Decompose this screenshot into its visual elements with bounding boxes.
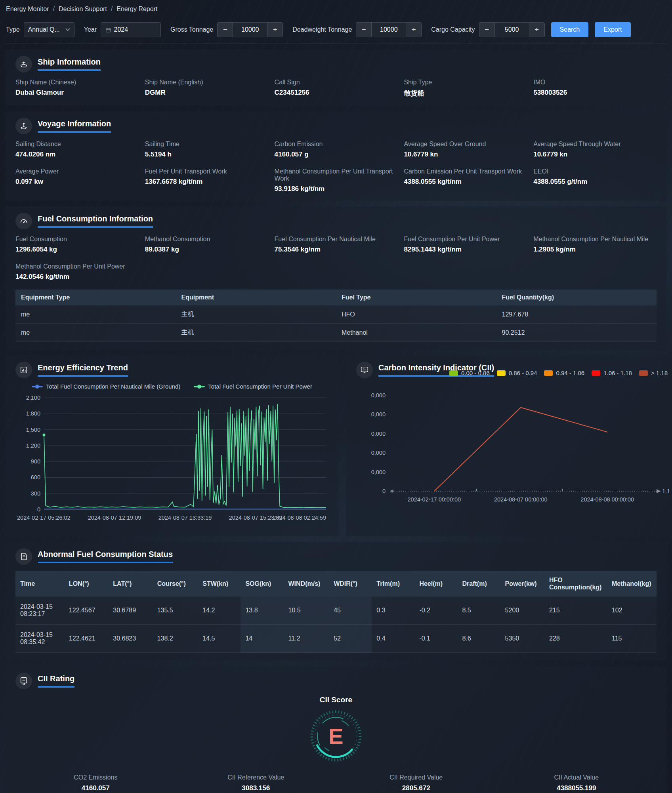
breadcrumb-separator: /	[53, 6, 55, 13]
legend-item-fuel-per-power[interactable]: Total Fuel Consumption Per Unit Power	[194, 383, 312, 390]
svg-text:0,000: 0,000	[371, 450, 386, 456]
section-title-ship-information: Ship Information	[38, 57, 101, 71]
table-cell: -0.2	[414, 597, 457, 625]
calendar-icon	[106, 27, 111, 33]
cargo-capacity-input[interactable]	[494, 23, 529, 37]
fuel-consumption-card: Fuel Consumption Information Fuel Consum…	[5, 206, 667, 350]
gauge-icon	[15, 213, 32, 229]
table-cell: 14.5	[198, 625, 241, 653]
cii-chart-card: Carbon Intensity Indicator (CII) 0.00 - …	[346, 355, 672, 536]
document-icon	[15, 548, 32, 565]
cargo-capacity-plus-button[interactable]: +	[529, 23, 544, 37]
svg-text:0: 0	[382, 488, 386, 494]
table-row: 2024-03-15 08:35:42 122.4621 30.6823 138…	[15, 625, 657, 653]
gross-tonnage-input[interactable]	[233, 23, 267, 37]
column-header: STW(kn)	[198, 571, 241, 597]
table-cell: 1297.678	[496, 305, 657, 324]
field-value: 1367.6678 kg/t/nm	[145, 178, 268, 186]
svg-text:1,500: 1,500	[26, 427, 40, 433]
svg-text:2024-08-08 00:00:00: 2024-08-08 00:00:00	[580, 496, 634, 503]
breadcrumb-energy-monitor[interactable]: Energy Monitor	[6, 6, 49, 13]
abnormal-fuel-card: Abnormal Fuel Consumption Status Time LO…	[5, 542, 667, 661]
deadweight-tonnage-minus-button[interactable]: −	[356, 23, 371, 37]
field-label: Call Sign	[275, 79, 398, 86]
field-value: DGMR	[145, 89, 268, 97]
legend-line-icon	[194, 386, 205, 387]
column-header: WDIR(°)	[329, 571, 372, 597]
energy-efficiency-trend-card: Energy Efficiency Trend Total Fuel Consu…	[5, 355, 339, 536]
deadweight-tonnage-plus-button[interactable]: +	[406, 23, 421, 37]
table-row: me 主机 HFO 1297.678	[15, 305, 657, 324]
field-value: C23451256	[275, 89, 398, 97]
gross-tonnage-label: Gross Tonnage	[170, 26, 213, 33]
table-cell: 228	[544, 625, 607, 653]
table-cell: 90.2512	[496, 324, 657, 342]
field-value: 4388.0555 g/t/nm	[533, 178, 657, 186]
legend-item-fuel-per-nm[interactable]: Total Fuel Consumption Per Nautical Mile…	[32, 383, 180, 390]
table-cell: 45	[329, 597, 372, 625]
legend-swatch	[592, 370, 600, 376]
legend-item-range-5[interactable]: > 1.18	[639, 370, 668, 376]
section-title-abnormal: Abnormal Fuel Consumption Status	[38, 550, 173, 563]
table-cell: 主机	[176, 305, 336, 324]
table-cell: 122.4621	[64, 625, 108, 653]
cargo-capacity-label: Cargo Capacity	[431, 26, 475, 33]
table-cell: 14.2	[198, 597, 241, 625]
cargo-capacity-minus-button[interactable]: −	[479, 23, 494, 37]
svg-text:0,000: 0,000	[371, 411, 386, 417]
table-cell: 122.4567	[64, 597, 108, 625]
legend-label: > 1.18	[651, 370, 668, 376]
field-label: Fuel Consumption	[15, 236, 139, 243]
stat-label: CII Actual Value	[496, 774, 657, 781]
legend-label: 0.00 - 0.86	[461, 370, 490, 376]
breadcrumb-decision-support[interactable]: Decision Support	[59, 6, 107, 13]
svg-text:2024-08-07 00:00:00: 2024-08-07 00:00:00	[494, 496, 548, 503]
column-header: LAT(°)	[108, 571, 152, 597]
stat-label: CO2 Emissions	[15, 774, 176, 781]
column-header: Time	[15, 571, 64, 597]
section-title-fuel-consumption: Fuel Consumption Information	[38, 214, 153, 228]
legend-label: Total Fuel Consumption Per Nautical Mile…	[46, 383, 180, 390]
svg-text:1.18: 1.18	[662, 488, 669, 494]
gross-tonnage-plus-button[interactable]: +	[267, 23, 283, 37]
year-input[interactable]	[114, 26, 156, 33]
field-value: 散货船	[404, 89, 527, 98]
column-header: Heel(m)	[414, 571, 457, 597]
breadcrumb-energy-report[interactable]: Energy Report	[116, 6, 157, 13]
cargo-capacity-stepper: − +	[479, 22, 545, 37]
field-value: 474.0206 nm	[15, 151, 139, 158]
table-cell: 138.2	[153, 625, 198, 653]
column-header: Draft(m)	[458, 571, 500, 597]
gross-tonnage-minus-button[interactable]: −	[218, 23, 233, 37]
gross-tonnage-stepper: − +	[217, 22, 283, 37]
legend-item-range-2[interactable]: 0.86 - 0.94	[497, 370, 537, 376]
export-button[interactable]: Export	[595, 22, 630, 37]
legend-item-range-1[interactable]: 0.00 - 0.86	[449, 370, 490, 376]
field-label: Fuel Consumption Per Nautical Mile	[275, 236, 398, 243]
table-cell: 215	[544, 597, 607, 625]
deadweight-tonnage-stepper: − +	[356, 22, 422, 37]
field-label: Sailing Time	[145, 141, 268, 148]
table-cell: 13.8	[241, 597, 283, 625]
column-header: Methanol(kg)	[607, 571, 657, 597]
column-header: Fuel Quantity(kg)	[496, 290, 657, 305]
field-label: Methanol Consumption Per Nautical Mile	[533, 236, 657, 243]
legend-label: 0.86 - 0.94	[509, 370, 537, 376]
column-header: Trim(m)	[372, 571, 414, 597]
column-header: Fuel Type	[336, 290, 496, 305]
legend-swatch	[544, 370, 553, 376]
year-input-box[interactable]	[101, 22, 161, 37]
legend-item-range-4[interactable]: 1.06 - 1.18	[592, 370, 632, 376]
type-select[interactable]: Annual Q...	[24, 22, 74, 37]
table-cell: 5200	[500, 597, 544, 625]
field-label: Methanol Consumption Per Unit Transport …	[275, 168, 398, 182]
monitor-icon	[356, 362, 373, 378]
legend-item-range-3[interactable]: 0.94 - 1.06	[544, 370, 584, 376]
search-button[interactable]: Search	[551, 22, 589, 37]
svg-text:2024-02-17 05:26:02: 2024-02-17 05:26:02	[17, 515, 71, 521]
table-row: 2024-03-15 08:23:17 122.4567 30.6789 135…	[15, 597, 657, 625]
deadweight-tonnage-input[interactable]	[371, 23, 406, 37]
column-header: Equipment Type	[15, 290, 176, 305]
ship-icon	[15, 56, 32, 72]
field-label: EEOI	[533, 168, 657, 175]
